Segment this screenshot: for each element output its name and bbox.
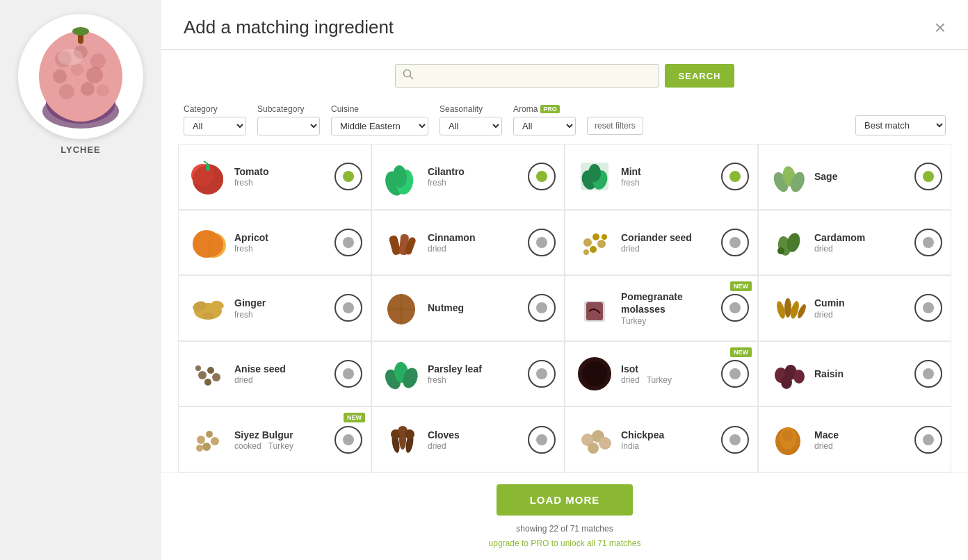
reset-filters-button[interactable]: reset filters [587,117,643,135]
ingredient-image [767,353,809,395]
ingredient-info: Mint fresh [615,165,721,188]
ingredient-name: Siyez Bulgur [234,429,329,441]
category-label: Category [184,104,246,114]
subcategory-select[interactable] [257,117,320,135]
add-ingredient-button[interactable] [528,163,556,190]
add-indicator [536,368,547,379]
add-ingredient-button[interactable] [528,229,556,256]
add-ingredient-button[interactable] [528,294,556,322]
add-ingredient-button[interactable] [334,294,362,322]
add-ingredient-button[interactable] [721,426,749,454]
add-ingredient-button[interactable] [721,229,749,256]
add-indicator [536,302,547,313]
add-indicator [729,302,741,313]
ingredient-name: Parsley leaf [428,363,522,375]
ingredient-card: Nutmeg [371,275,565,341]
svg-point-88 [599,437,611,450]
ingredient-card: Cinnamon dried [371,210,565,276]
ingredient-sub: dried [621,244,640,254]
ingredient-info: Cilantro fresh [422,165,528,188]
new-badge: NEW [344,413,365,422]
svg-point-28 [588,164,601,182]
add-indicator [343,237,354,248]
ingredient-name: Isot [621,363,716,375]
search-input[interactable] [419,70,652,81]
add-ingredient-button[interactable] [914,294,942,322]
ingredient-image [380,287,422,329]
svg-line-21 [204,161,208,164]
pro-badge: PRO [540,105,560,113]
ingredient-image [380,222,422,263]
svg-point-2 [39,31,122,122]
ingredient-sub: dried [814,310,833,320]
ingredient-card: NEW Pomegranate molasses Turkey [565,275,758,341]
add-ingredient-button[interactable] [528,426,556,454]
ingredient-card: Apricot fresh [178,210,371,276]
category-filter: Category All [184,104,246,135]
seasonality-filter: Seasonality All [439,104,502,135]
add-indicator [923,368,934,379]
load-more-button[interactable]: LOAD MORE [497,484,634,516]
add-indicator [729,368,741,379]
aroma-select[interactable]: All [513,117,576,135]
svg-point-85 [405,429,414,439]
ingredient-info: Nutmeg [422,302,528,314]
add-ingredient-button[interactable] [914,426,942,454]
add-ingredient-button[interactable] [721,163,749,190]
svg-point-43 [583,249,589,255]
ingredient-image [187,419,229,461]
close-button[interactable]: × [935,18,946,38]
svg-point-51 [202,313,213,320]
add-ingredient-button[interactable] [334,229,362,256]
ingredient-image [574,419,615,461]
ingredient-name: Mace [814,429,909,441]
add-ingredient-button[interactable] [334,426,362,454]
ingredient-sub: fresh [234,178,253,188]
svg-point-39 [583,238,592,247]
ingredient-info: Raisin [809,368,914,380]
ingredient-name: Cloves [428,429,522,441]
ingredient-info: Cinnamon dried [422,231,528,254]
ingredient-card: NEW Siyez Bulgur cooked Turkey [178,406,371,472]
ingredient-image [574,222,615,263]
ingredient-image [380,419,422,461]
seasonality-select[interactable]: All [439,117,502,135]
svg-point-74 [781,375,792,389]
svg-point-77 [211,437,219,445]
ingredient-card: Anise seed dried [178,341,371,407]
sort-select[interactable]: Best match [855,115,946,135]
add-indicator [923,302,934,313]
ingredient-image [187,222,229,263]
category-select[interactable]: All [184,117,246,135]
showing-text: showing 22 of 71 matches [184,524,946,534]
add-indicator [923,434,934,445]
ingredient-name: Mint [621,165,716,178]
add-ingredient-button[interactable] [721,294,749,322]
ingredient-sub: India [621,441,639,451]
ingredient-image [574,353,615,395]
add-ingredient-button[interactable] [914,163,942,190]
ingredient-name: Cinnamon [428,231,522,244]
add-ingredient-button[interactable] [914,360,942,388]
search-button[interactable]: SEARCH [665,64,735,88]
ingredient-image [380,156,422,197]
cuisine-select[interactable]: Middle Eastern [331,117,428,135]
ingredient-card: Tomato fresh [178,144,371,210]
svg-point-8 [86,67,103,83]
ingredient-card: Chickpea India [565,406,758,472]
svg-point-44 [602,234,607,240]
ingredient-sub: dried [621,375,640,385]
upgrade-link[interactable]: upgrade to PRO to unlock all 71 matches [489,538,641,548]
add-ingredient-button[interactable] [721,360,749,388]
add-ingredient-button[interactable] [334,163,362,190]
add-ingredient-button[interactable] [528,360,556,388]
svg-point-64 [204,379,211,386]
svg-rect-56 [586,302,603,320]
add-indicator [923,171,934,182]
add-ingredient-button[interactable] [334,360,362,388]
ingredient-name: Ginger [234,297,329,309]
ingredient-image [380,353,422,395]
add-ingredient-button[interactable] [914,229,942,256]
ingredient-image [574,287,615,329]
add-indicator [729,171,741,182]
